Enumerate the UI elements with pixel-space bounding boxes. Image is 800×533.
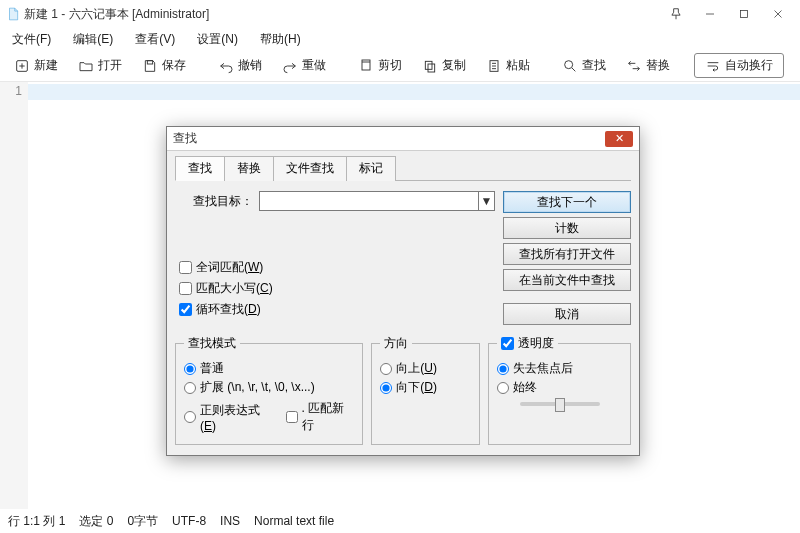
copy-button[interactable]: 复制	[414, 54, 474, 77]
tab-replace[interactable]: 替换	[224, 156, 274, 181]
transparency-always[interactable]: 始终	[497, 379, 622, 396]
window-title: 新建 1 - 六六记事本 [Administrator]	[24, 6, 209, 23]
direction-group: 方向 向上(U) 向下(D)	[371, 335, 480, 445]
mode-regex[interactable]: 正则表达式(E)	[184, 402, 274, 433]
search-icon	[562, 58, 578, 74]
document-icon	[6, 7, 20, 21]
menu-file[interactable]: 文件(F)	[6, 29, 57, 50]
undo-label: 撤销	[238, 57, 262, 74]
search-mode-group: 查找模式 普通 扩展 (\n, \r, \t, \0, \x...) 正则表达式…	[175, 335, 363, 445]
line-number: 1	[15, 84, 22, 98]
toolbar: 新建 打开 保存 撤销 重做 剪切 复制 粘贴 查找 替换 自动换行	[0, 50, 800, 82]
copy-icon	[422, 58, 438, 74]
new-icon	[14, 58, 30, 74]
paste-button[interactable]: 粘贴	[478, 54, 538, 77]
cut-button[interactable]: 剪切	[350, 54, 410, 77]
find-target-label: 查找目标：	[193, 193, 253, 210]
count-button[interactable]: 计数	[503, 217, 631, 239]
title-bar: 新建 1 - 六六记事本 [Administrator]	[0, 0, 800, 28]
save-icon	[142, 58, 158, 74]
redo-button[interactable]: 重做	[274, 54, 334, 77]
tab-mark[interactable]: 标记	[346, 156, 396, 181]
tab-files[interactable]: 文件查找	[273, 156, 347, 181]
direction-down[interactable]: 向下(D)	[380, 379, 471, 396]
paste-label: 粘贴	[506, 57, 530, 74]
copy-label: 复制	[442, 57, 466, 74]
new-label: 新建	[34, 57, 58, 74]
cut-icon	[358, 58, 374, 74]
whole-word-checkbox[interactable]: 全词匹配(W)	[179, 259, 495, 276]
save-button[interactable]: 保存	[134, 54, 194, 77]
status-encoding: UTF-8	[172, 514, 206, 528]
menu-help[interactable]: 帮助(H)	[254, 29, 307, 50]
undo-button[interactable]: 撤销	[210, 54, 270, 77]
dialog-title-bar[interactable]: 查找 ✕	[167, 127, 639, 151]
dialog-tabs: 查找 替换 文件查找 标记	[175, 155, 631, 181]
line-gutter: 1	[0, 82, 28, 509]
direction-up[interactable]: 向上(U)	[380, 360, 471, 377]
status-selection: 选定 0	[79, 513, 113, 530]
direction-legend: 方向	[380, 335, 412, 352]
svg-rect-5	[428, 64, 435, 72]
save-label: 保存	[162, 57, 186, 74]
svg-rect-2	[147, 60, 152, 63]
minimize-button[interactable]	[702, 6, 718, 22]
redo-label: 重做	[302, 57, 326, 74]
dot-matches-newline[interactable]: . 匹配新行	[286, 400, 355, 434]
menu-bar: 文件(F) 编辑(E) 查看(V) 设置(N) 帮助(H)	[0, 28, 800, 50]
find-target-combo[interactable]: ▼	[259, 191, 495, 211]
match-case-checkbox[interactable]: 匹配大小写(C)	[179, 280, 495, 297]
mode-normal[interactable]: 普通	[184, 360, 354, 377]
find-dialog: 查找 ✕ 查找 替换 文件查找 标记 查找目标： ▼ 全词匹配(W) 匹配大小	[166, 126, 640, 456]
close-button[interactable]	[770, 6, 786, 22]
replace-label: 替换	[646, 57, 670, 74]
undo-icon	[218, 58, 234, 74]
dialog-close-button[interactable]: ✕	[605, 131, 633, 147]
wrap-around-checkbox[interactable]: 循环查找(D)	[179, 301, 495, 318]
replace-icon	[626, 58, 642, 74]
status-position: 行 1:1 列 1	[8, 513, 65, 530]
svg-rect-3	[362, 60, 370, 70]
redo-icon	[282, 58, 298, 74]
find-all-open-button[interactable]: 查找所有打开文件	[503, 243, 631, 265]
open-icon	[78, 58, 94, 74]
transparency-slider[interactable]	[520, 402, 600, 406]
search-mode-legend: 查找模式	[184, 335, 240, 352]
cancel-button[interactable]: 取消	[503, 303, 631, 325]
status-bar: 行 1:1 列 1 选定 0 0字节 UTF-8 INS Normal text…	[0, 509, 800, 533]
svg-rect-4	[425, 61, 432, 69]
wrap-button[interactable]: 自动换行	[694, 53, 784, 78]
chevron-down-icon[interactable]: ▼	[478, 192, 494, 210]
transparency-legend[interactable]: 透明度	[497, 335, 558, 352]
wrap-icon	[705, 58, 721, 74]
transparency-group: 透明度 失去焦点后 始终	[488, 335, 631, 445]
menu-settings[interactable]: 设置(N)	[191, 29, 244, 50]
dialog-title: 查找	[173, 130, 197, 147]
maximize-button[interactable]	[736, 6, 752, 22]
menu-edit[interactable]: 编辑(E)	[67, 29, 119, 50]
new-button[interactable]: 新建	[6, 54, 66, 77]
menu-view[interactable]: 查看(V)	[129, 29, 181, 50]
svg-point-7	[565, 60, 573, 68]
svg-rect-0	[741, 11, 748, 18]
mode-extended[interactable]: 扩展 (\n, \r, \t, \0, \x...)	[184, 379, 354, 396]
replace-button[interactable]: 替换	[618, 54, 678, 77]
cut-label: 剪切	[378, 57, 402, 74]
wrap-label: 自动换行	[725, 57, 773, 74]
find-target-input[interactable]	[260, 192, 478, 210]
transparency-on-blur[interactable]: 失去焦点后	[497, 360, 622, 377]
status-filetype: Normal text file	[254, 514, 334, 528]
pin-icon[interactable]	[668, 6, 684, 22]
current-line-highlight	[28, 84, 800, 100]
find-next-button[interactable]: 查找下一个	[503, 191, 631, 213]
status-insert: INS	[220, 514, 240, 528]
status-bytes: 0字节	[127, 513, 158, 530]
open-button[interactable]: 打开	[70, 54, 130, 77]
tab-find[interactable]: 查找	[175, 156, 225, 181]
find-button[interactable]: 查找	[554, 54, 614, 77]
open-label: 打开	[98, 57, 122, 74]
paste-icon	[486, 58, 502, 74]
find-label: 查找	[582, 57, 606, 74]
find-in-current-button[interactable]: 在当前文件中查找	[503, 269, 631, 291]
